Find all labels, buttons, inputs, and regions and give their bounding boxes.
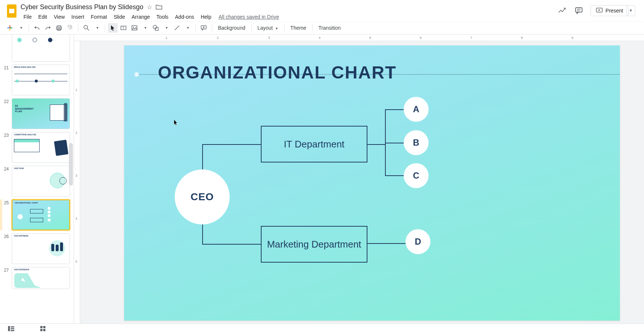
toolbar: ▼ ▼ T ▼ ▼ ▼ Background Layout ▼ Theme Tr xyxy=(0,21,644,34)
doc-title[interactable]: Cyber Security Business Plan by Slidesgo xyxy=(21,3,143,11)
present-icon xyxy=(596,8,603,14)
image-tool[interactable] xyxy=(129,23,140,33)
svg-point-15 xyxy=(133,27,134,28)
slide-thumb-26[interactable]: OUR PARTNERS xyxy=(12,233,70,264)
menubar: File Edit View Insert Format Slide Arran… xyxy=(21,11,557,21)
vertical-ruler: 1 2 3 4 5 xyxy=(74,34,80,323)
org-node-d[interactable]: D xyxy=(406,229,430,254)
line-tool[interactable] xyxy=(172,23,182,33)
org-node-c[interactable]: C xyxy=(404,163,429,188)
svg-line-18 xyxy=(175,26,179,30)
svg-rect-20 xyxy=(8,326,10,331)
image-dropdown[interactable]: ▼ xyxy=(140,23,150,33)
grid-view-icon[interactable] xyxy=(40,326,45,331)
filmstrip[interactable]: ADVERTISING AND PROMOTION 21 BREAK-EVEN … xyxy=(0,34,74,323)
menu-format[interactable]: Format xyxy=(88,12,110,21)
slide-thumb-20[interactable]: ADVERTISING AND PROMOTION xyxy=(12,34,70,62)
svg-rect-24 xyxy=(40,326,42,328)
org-connector[interactable] xyxy=(367,243,406,244)
org-node-it[interactable]: IT Department xyxy=(261,126,367,162)
print-button[interactable] xyxy=(54,23,64,33)
menu-addons[interactable]: Add-ons xyxy=(172,12,197,21)
zoom-dropdown[interactable]: ▼ xyxy=(92,23,102,33)
menu-insert[interactable]: Insert xyxy=(69,12,87,21)
slide-thumb-27[interactable]: OUR EXPANSION xyxy=(12,267,70,289)
activity-icon[interactable] xyxy=(557,6,567,16)
star-icon[interactable]: ☆ xyxy=(147,4,152,11)
save-status[interactable]: All changes saved in Drive xyxy=(219,14,279,20)
thumb-title: OUR EXPANSION xyxy=(14,268,29,271)
slide-editor[interactable]: ORGANIZATIONAL CHART CEO IT Department M… xyxy=(124,45,620,321)
org-connector[interactable] xyxy=(385,143,404,143)
filmstrip-scrollbar[interactable] xyxy=(69,143,73,186)
redo-button[interactable] xyxy=(43,23,53,33)
slide-thumb-24[interactable]: OUR TEAM xyxy=(12,166,70,197)
svg-rect-25 xyxy=(43,326,45,328)
thumb-title: BREAK-EVEN ANALYSIS xyxy=(14,66,36,68)
menu-tools[interactable]: Tools xyxy=(153,12,171,21)
textbox-tool[interactable]: T xyxy=(118,23,129,33)
svg-text:T: T xyxy=(122,26,125,30)
svg-rect-2 xyxy=(575,8,582,12)
zoom-button[interactable] xyxy=(81,23,92,33)
menu-arrange[interactable]: Arrange xyxy=(129,12,153,21)
thumb-title: COMPETITION ANALYSIS xyxy=(14,133,36,136)
new-slide-dropdown[interactable]: ▼ xyxy=(16,23,26,33)
transition-button[interactable]: Transition xyxy=(315,23,344,32)
slide-number: 27 xyxy=(0,267,12,289)
present-dropdown[interactable]: ▼ xyxy=(626,5,635,16)
undo-button[interactable] xyxy=(32,23,42,33)
org-node-a[interactable]: A xyxy=(404,97,429,122)
slide-thumb-22[interactable]: 04MANAGEMENTPLAN xyxy=(12,98,70,129)
menu-file[interactable]: File xyxy=(21,12,35,21)
org-connector[interactable] xyxy=(385,175,404,176)
slide-number: 22 xyxy=(0,98,12,129)
svg-point-16 xyxy=(153,25,157,29)
org-node-marketing[interactable]: Marketing Department xyxy=(261,226,367,263)
menu-edit[interactable]: Edit xyxy=(36,12,50,21)
thumb-title: OUR PARTNERS xyxy=(14,235,29,237)
present-label: Present xyxy=(606,8,623,14)
org-connector[interactable] xyxy=(202,244,261,245)
menu-slide[interactable]: Slide xyxy=(111,12,128,21)
slide-thumb-21[interactable]: BREAK-EVEN ANALYSIS xyxy=(12,65,70,95)
horizontal-ruler: 1 2 3 4 5 6 7 8 9 xyxy=(74,34,644,41)
svg-point-10 xyxy=(84,25,88,29)
present-button[interactable]: Present xyxy=(591,5,629,16)
canvas[interactable]: 1 2 3 4 5 1 2 3 4 5 6 7 8 9 ORGANIZATION… xyxy=(74,34,644,323)
svg-rect-27 xyxy=(43,329,45,331)
slide-title-text[interactable]: ORGANIZATIONAL CHART xyxy=(158,62,397,83)
svg-line-11 xyxy=(87,29,89,30)
filmstrip-view-icon[interactable] xyxy=(8,326,15,331)
org-node-ceo[interactable]: CEO xyxy=(175,169,230,224)
line-dropdown[interactable]: ▼ xyxy=(183,23,192,33)
svg-rect-9 xyxy=(68,25,71,27)
layout-button[interactable]: Layout ▼ xyxy=(255,23,281,32)
org-connector[interactable] xyxy=(202,144,261,145)
shape-tool[interactable] xyxy=(151,23,161,33)
slides-logo[interactable] xyxy=(4,4,19,18)
new-slide-button[interactable] xyxy=(4,23,15,33)
background-button[interactable]: Background xyxy=(215,23,248,32)
select-tool[interactable] xyxy=(108,23,118,33)
org-connector[interactable] xyxy=(367,144,385,145)
menu-help[interactable]: Help xyxy=(198,12,214,21)
comment-tool[interactable] xyxy=(199,23,209,33)
shape-dropdown[interactable]: ▼ xyxy=(162,23,171,33)
separator xyxy=(78,24,78,32)
comments-icon[interactable] xyxy=(574,6,584,16)
separator xyxy=(195,24,196,32)
org-node-b[interactable]: B xyxy=(404,130,429,155)
svg-rect-26 xyxy=(40,329,42,331)
menu-view[interactable]: View xyxy=(51,12,68,21)
slide-thumb-23[interactable]: COMPETITION ANALYSIS xyxy=(12,132,70,163)
org-connector[interactable] xyxy=(385,109,404,110)
separator xyxy=(105,24,105,32)
paint-format-button[interactable] xyxy=(65,23,75,33)
slide-number: 21 xyxy=(0,65,12,95)
theme-button[interactable]: Theme xyxy=(288,23,310,32)
thumb-title: OUR TEAM xyxy=(14,167,24,169)
slide-thumb-25[interactable]: ORGANIZATIONAL CHART xyxy=(12,200,70,230)
separator xyxy=(251,24,252,32)
move-to-folder-icon[interactable] xyxy=(156,4,162,10)
